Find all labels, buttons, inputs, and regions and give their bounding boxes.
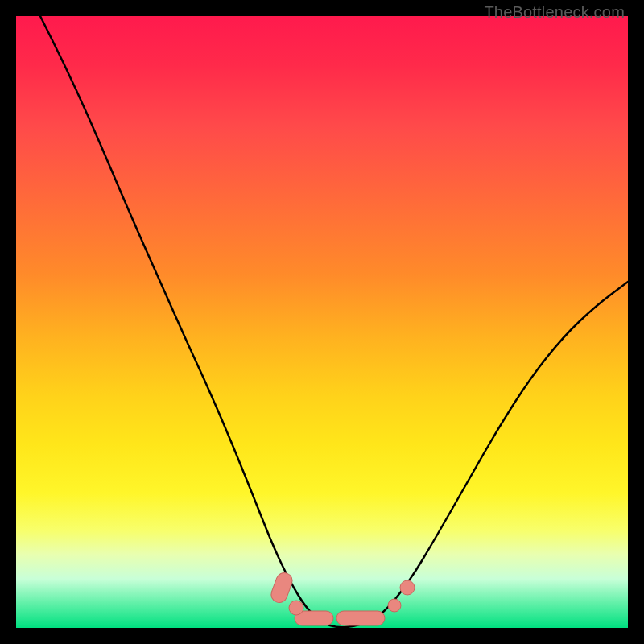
curve-overlay	[16, 16, 628, 628]
plot-area	[16, 16, 628, 628]
watermark-text: TheBottleneck.com	[484, 3, 625, 22]
chart-frame: TheBottleneck.com	[0, 0, 644, 644]
marker-right-2	[400, 580, 415, 595]
bottleneck-curve	[40, 16, 628, 627]
marker-right-1	[388, 599, 401, 612]
marker-flat-right	[336, 611, 385, 625]
marker-left-2	[289, 601, 303, 615]
marker-left-1	[269, 571, 295, 605]
markers-group	[269, 571, 415, 625]
